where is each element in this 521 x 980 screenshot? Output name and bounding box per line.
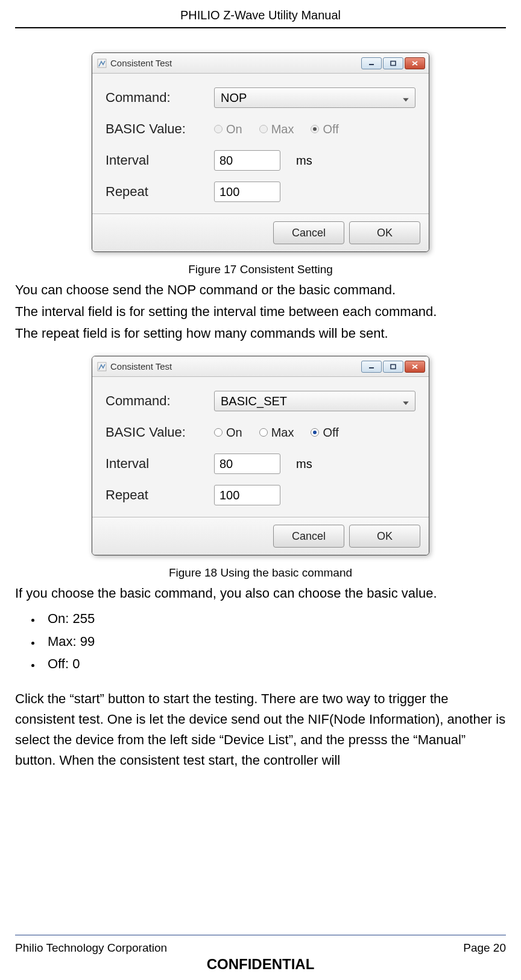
basic-value-radiogroup: On Max Off	[214, 426, 339, 440]
cancel-button[interactable]: Cancel	[273, 221, 344, 244]
command-value: NOP	[221, 91, 247, 105]
paragraph: The repeat field is for setting how many…	[15, 323, 506, 344]
list-item: Max: 99	[42, 630, 506, 653]
window-title: Consistent Test	[110, 58, 361, 68]
list-item: Off: 0	[42, 653, 506, 675]
app-icon	[97, 362, 107, 371]
chevron-down-icon	[403, 91, 409, 105]
consistent-test-dialog: Consistent Test Command: NOP BASIC Value…	[92, 52, 429, 252]
dialog-body: Command: NOP BASIC Value: On Max Off Int…	[92, 74, 429, 213]
footer-company: Philio Technology Corporation	[15, 941, 167, 955]
footer-page-number: Page 20	[463, 941, 506, 955]
command-label: Command:	[106, 393, 214, 409]
interval-unit: ms	[296, 457, 312, 471]
paragraph: The interval field is for setting the in…	[15, 302, 506, 322]
window-titlebar: Consistent Test	[92, 53, 429, 74]
basic-value-list: On: 255 Max: 99 Off: 0	[15, 607, 506, 675]
interval-unit: ms	[296, 154, 312, 168]
basic-value-radiogroup: On Max Off	[214, 122, 339, 136]
close-button[interactable]	[405, 57, 425, 69]
radio-off[interactable]: Off	[311, 122, 338, 136]
window-titlebar: Consistent Test	[92, 356, 429, 377]
dialog-body: Command: BASIC_SET BASIC Value: On Max O…	[92, 377, 429, 517]
close-button[interactable]	[405, 361, 425, 373]
paragraph: You can choose send the NOP command or t…	[15, 280, 506, 300]
radio-on[interactable]: On	[214, 426, 242, 440]
radio-max[interactable]: Max	[259, 122, 294, 136]
radio-off[interactable]: Off	[311, 426, 338, 440]
repeat-input[interactable]: 100	[214, 182, 280, 202]
basic-value-label: BASIC Value:	[106, 121, 214, 137]
basic-value-label: BASIC Value:	[106, 425, 214, 440]
svg-rect-8	[391, 364, 396, 368]
svg-marker-11	[403, 402, 409, 405]
consistent-test-dialog: Consistent Test Command: BASIC_SET BASIC…	[92, 356, 429, 555]
minimize-button[interactable]	[361, 361, 382, 373]
header-rule	[15, 27, 506, 28]
chevron-down-icon	[403, 394, 409, 408]
figure18-caption: Figure 18 Using the basic command	[15, 566, 506, 580]
interval-input[interactable]: 80	[214, 454, 280, 474]
footer-rule	[15, 935, 506, 935]
maximize-button[interactable]	[383, 57, 403, 69]
paragraph: Click the “start” button to start the te…	[15, 689, 506, 771]
maximize-button[interactable]	[383, 361, 403, 373]
command-label: Command:	[106, 90, 214, 106]
command-value: BASIC_SET	[221, 394, 287, 408]
repeat-label: Repeat	[106, 184, 214, 200]
page-footer: Philio Technology Corporation Page 20 CO…	[15, 941, 506, 973]
dialog-footer: Cancel OK	[92, 517, 429, 555]
ok-button[interactable]: OK	[349, 525, 420, 548]
figure17-caption: Figure 17 Consistent Setting	[15, 263, 506, 276]
window-title: Consistent Test	[110, 361, 361, 371]
command-dropdown[interactable]: NOP	[214, 87, 415, 108]
figure17-dialog-wrap: Consistent Test Command: NOP BASIC Value…	[15, 52, 506, 252]
repeat-input[interactable]: 100	[214, 485, 280, 505]
svg-marker-5	[403, 98, 409, 102]
svg-rect-2	[391, 61, 396, 65]
dialog-footer: Cancel OK	[92, 213, 429, 251]
doc-header-title: PHILIO Z-Wave Utility Manual	[15, 8, 506, 22]
footer-confidential: CONFIDENTIAL	[15, 956, 506, 973]
ok-button[interactable]: OK	[349, 221, 420, 244]
command-dropdown[interactable]: BASIC_SET	[214, 391, 415, 411]
app-icon	[97, 58, 107, 68]
interval-input[interactable]: 80	[214, 150, 280, 171]
paragraph: If you choose the basic command, you als…	[15, 583, 506, 604]
figure18-dialog-wrap: Consistent Test Command: BASIC_SET BASIC…	[15, 356, 506, 555]
interval-label: Interval	[106, 456, 214, 472]
radio-on[interactable]: On	[214, 122, 242, 136]
radio-max[interactable]: Max	[259, 426, 294, 440]
minimize-button[interactable]	[361, 57, 382, 69]
cancel-button[interactable]: Cancel	[273, 525, 344, 548]
interval-label: Interval	[106, 153, 214, 168]
list-item: On: 255	[42, 607, 506, 630]
repeat-label: Repeat	[106, 487, 214, 503]
window-controls	[361, 57, 425, 69]
window-controls	[361, 361, 425, 373]
